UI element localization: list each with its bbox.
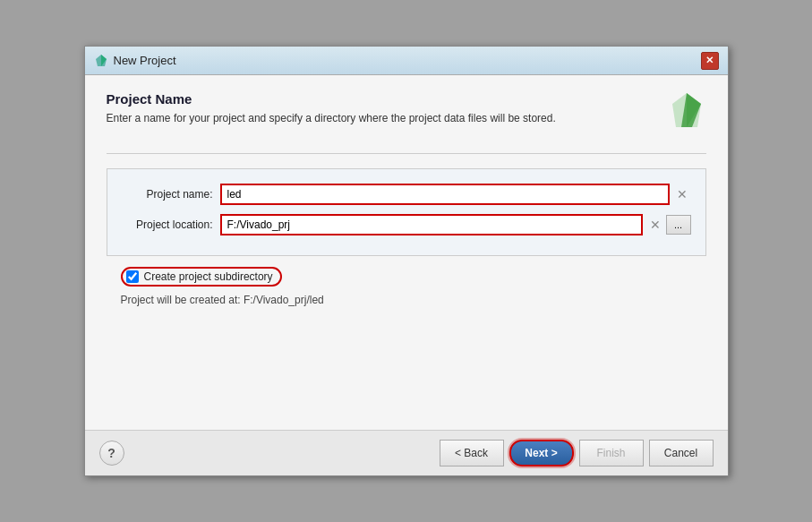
dialog-title: New Project [114, 54, 176, 67]
cancel-button[interactable]: Cancel [649, 440, 714, 466]
vivado-logo [667, 91, 706, 131]
project-location-browse-button[interactable]: ... [666, 215, 691, 235]
project-name-input-wrapper: ✕ [220, 184, 691, 205]
footer-right: < Back Next > Finish Cancel [440, 440, 714, 466]
project-name-input[interactable] [220, 184, 670, 205]
app-icon [94, 54, 108, 68]
project-location-clear-button[interactable]: ✕ [646, 216, 664, 234]
section-title: Project Name [107, 91, 656, 107]
finish-button[interactable]: Finish [579, 440, 644, 466]
create-subdir-checkbox[interactable] [126, 270, 139, 283]
section-separator [107, 153, 706, 154]
dialog-body: Project Name Enter a name for your proje… [85, 75, 728, 430]
close-button[interactable]: ✕ [701, 52, 719, 70]
project-location-input-wrapper: ✕ ... [220, 214, 691, 235]
header-row: Project Name Enter a name for your proje… [107, 91, 706, 139]
project-location-row: Project location: ✕ ... [122, 214, 691, 235]
project-path-info: Project will be created at: F:/Vivado_pr… [121, 294, 706, 306]
project-name-label: Project name: [122, 188, 220, 201]
project-location-input[interactable] [220, 214, 643, 235]
project-name-clear-button[interactable]: ✕ [673, 185, 691, 203]
footer-left: ? [99, 441, 124, 466]
section-desc: Enter a name for your project and specif… [107, 112, 656, 124]
dialog-footer: ? < Back Next > Finish Cancel [85, 430, 728, 475]
create-subdir-label: Create project subdirectory [144, 270, 273, 283]
project-location-label: Project location: [122, 218, 220, 231]
help-button[interactable]: ? [99, 441, 124, 466]
new-project-dialog: New Project ✕ Project Name Enter a name … [84, 46, 729, 476]
title-bar: New Project ✕ [85, 47, 728, 75]
project-name-row: Project name: ✕ [122, 184, 691, 205]
back-button[interactable]: < Back [440, 440, 504, 466]
header-text: Project Name Enter a name for your proje… [107, 91, 656, 139]
next-button[interactable]: Next > [509, 440, 574, 466]
create-subdir-row: Create project subdirectory [121, 267, 706, 287]
bottom-spacer [107, 306, 706, 414]
form-area: Project name: ✕ Project location: ✕ ... [107, 168, 706, 256]
title-bar-left: New Project [94, 54, 176, 68]
create-subdir-wrapper: Create project subdirectory [121, 267, 282, 287]
